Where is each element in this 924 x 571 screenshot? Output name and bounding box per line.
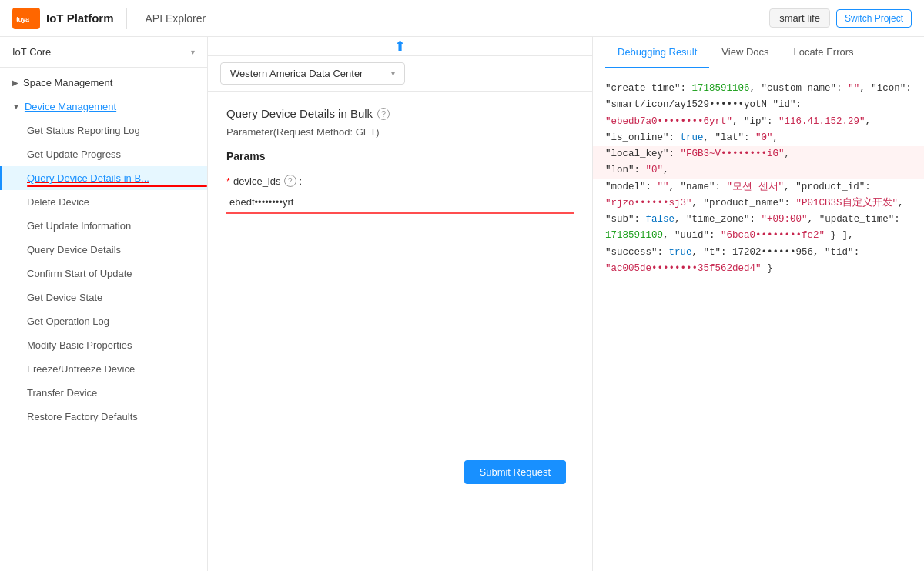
right-tabs: Debugging Result View Docs Locate Errors [593,37,924,68]
chevron-down-icon: ▾ [191,48,195,56]
arrow-bar: ⬆ [208,37,592,56]
sidebar-group-label-device: Device Management [25,101,116,112]
middle-top-bar: ⬆ Western America Data Center ▾ [208,37,592,92]
top-header: tuya IoT Platform API Explorer smart lif… [0,0,924,37]
sidebar-group-label: Space Management [23,77,112,88]
params-section: Params * device_ids ? : [226,150,574,214]
submit-area: Submit Request [226,445,574,484]
right-panel: Debugging Result View Docs Locate Errors… [593,37,924,571]
sidebar-item-query-device-details-bulk[interactable]: Query Device Details in B... [0,166,207,190]
sidebar-item-get-update-progress[interactable]: Get Update Progress [0,142,207,166]
param-method-text: Parameter(Request Method: GET) [226,126,574,138]
info-icon[interactable]: ? [377,108,390,120]
collapse-arrow-icon: ▼ [12,102,20,111]
logo-area: tuya IoT Platform [12,8,127,29]
tab-debugging-result[interactable]: Debugging Result [605,37,709,68]
sidebar: IoT Core ▾ ▶ Space Management ▼ Device M… [0,37,208,571]
switch-project-button[interactable]: Switch Project [836,9,912,28]
main-layout: IoT Core ▾ ▶ Space Management ▼ Device M… [0,37,924,571]
tab-view-docs[interactable]: View Docs [709,37,781,68]
sidebar-item-freeze-unfreeze-device[interactable]: Freeze/Unfreeze Device [0,357,207,381]
sidebar-item-confirm-start-update[interactable]: Confirm Start of Update [0,262,207,286]
params-title: Params [226,150,574,162]
expand-arrow-icon: ▶ [12,78,18,87]
sidebar-item-transfer-device[interactable]: Transfer Device [0,381,207,405]
middle-header: Western America Data Center ▾ [208,56,592,92]
nav-section: ▶ Space Management ▼ Device Management G… [0,68,207,432]
sidebar-item-restore-factory-defaults[interactable]: Restore Factory Defaults [0,405,207,429]
required-star-icon: * [226,175,230,187]
sidebar-item-modify-basic-properties[interactable]: Modify Basic Properties [0,333,207,357]
param-label-device-ids: * device_ids ? : [226,175,574,187]
section-title-text: Query Device Details in Bulk [226,107,373,120]
section-title: Query Device Details in Bulk ? [226,107,574,120]
sidebar-header[interactable]: IoT Core ▾ [0,37,207,68]
sidebar-item-delete-device[interactable]: Delete Device [0,190,207,214]
api-explorer-label: API Explorer [139,12,206,25]
sidebar-item-get-operation-log[interactable]: Get Operation Log [0,309,207,333]
middle-content: ⬆ Western America Data Center ▾ Query De… [208,37,593,571]
iot-core-label: IoT Core [12,46,191,58]
code-output: "create_time": 1718591106, "custom_name"… [593,68,924,571]
submit-request-button[interactable]: Submit Request [464,460,567,484]
tuya-logo-icon: tuya [12,8,40,29]
param-info-icon[interactable]: ? [284,175,296,187]
param-label-text: device_ids [233,175,280,187]
project-badge: smart life Switch Project [769,8,912,28]
svg-text:tuya: tuya [16,15,30,23]
middle-body: Query Device Details in Bulk ? Parameter… [208,92,592,499]
sidebar-item-get-device-state[interactable]: Get Device State [0,286,207,309]
sidebar-item-get-update-information[interactable]: Get Update Information [0,214,207,238]
sidebar-item-get-status-reporting-log[interactable]: Get Status Reporting Log [0,119,207,142]
platform-label: IoT Platform [46,12,114,25]
iot-core-selector-wrapper[interactable]: IoT Core ▾ [12,46,195,58]
data-center-label: Western America Data Center [230,68,385,79]
up-arrow-icon: ⬆ [394,39,406,53]
project-name: smart life [769,8,830,28]
sidebar-item-space-management[interactable]: ▶ Space Management [0,71,207,95]
tab-locate-errors[interactable]: Locate Errors [782,37,866,68]
device-ids-input[interactable] [226,192,574,214]
data-center-selector[interactable]: Western America Data Center ▾ [220,62,405,85]
data-center-chevron-icon: ▾ [391,69,395,78]
param-field-device-ids: * device_ids ? : [226,175,574,214]
sidebar-item-device-management[interactable]: ▼ Device Management [0,95,207,119]
sidebar-item-query-device-details[interactable]: Query Device Details [0,238,207,262]
